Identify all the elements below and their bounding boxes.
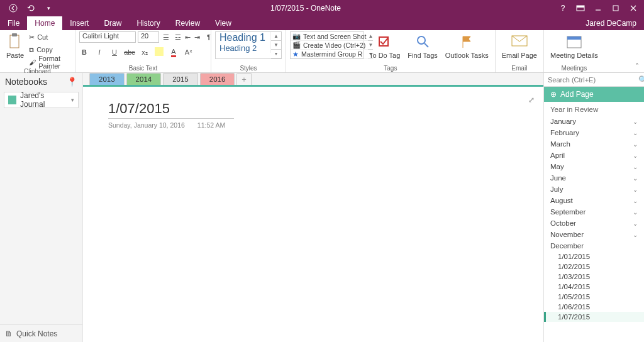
tree-month[interactable]: August⌄	[544, 195, 644, 206]
minimize-icon[interactable]	[594, 4, 602, 13]
chevron-down-icon: ⌄	[633, 197, 638, 204]
style-scroll[interactable]: ▲▼▾	[271, 32, 281, 58]
close-icon[interactable]	[629, 4, 638, 13]
highlight-button[interactable]	[155, 47, 164, 56]
group-clipboard: Paste ✂Cut ⧉Copy 🖌Format Painter Clipboa…	[0, 30, 75, 72]
tree-page[interactable]: 1/06/2015	[544, 302, 644, 312]
section-tab-2016[interactable]: 2016	[200, 73, 235, 85]
window-title: 1/07/2015 - OneNote	[53, 4, 558, 13]
calendar-icon	[565, 33, 583, 50]
search-icon[interactable]: 🔍	[638, 75, 644, 84]
bullets-icon[interactable]: ☰	[161, 32, 171, 42]
style-heading2[interactable]: Heading 2	[216, 43, 271, 53]
todo-tag-button[interactable]: To Do Tag	[367, 31, 402, 60]
center-pane: 2013 2014 2015 2016 ＋ ⤢ 1/07/2015 Sunday…	[83, 73, 543, 342]
tree-month[interactable]: June⌄	[544, 172, 644, 184]
maximize-icon[interactable]	[611, 4, 620, 13]
search-icon	[414, 33, 431, 50]
strike-button[interactable]: abc	[125, 47, 135, 57]
section-tab-2013[interactable]: 2013	[89, 73, 125, 85]
notebook-name: Jared's Journal	[20, 91, 67, 109]
tree-month[interactable]: July⌄	[544, 184, 644, 195]
email-page-button[interactable]: Email Page	[499, 31, 540, 60]
tab-draw[interactable]: Draw	[96, 16, 129, 30]
style-gallery[interactable]: Heading 1 Heading 2 ▲▼▾	[215, 31, 282, 59]
account-name[interactable]: Jared DeCamp	[586, 19, 644, 30]
tree-page[interactable]: 1/04/2015	[544, 282, 644, 292]
group-label: Email	[499, 65, 540, 72]
pin-icon[interactable]: 📍	[67, 77, 77, 87]
outlook-tasks-button[interactable]: Outlook Tasks	[443, 31, 491, 60]
tree-month-december[interactable]: December	[544, 240, 644, 251]
indent-right-icon[interactable]: ⇥	[192, 32, 202, 42]
font-size-select[interactable]: 20	[138, 31, 159, 43]
tree-page[interactable]: 1/05/2015	[544, 292, 644, 302]
tab-file[interactable]: File	[0, 16, 27, 30]
svg-rect-12	[567, 36, 581, 40]
group-styles: Heading 1 Heading 2 ▲▼▾ Styles	[211, 30, 286, 72]
tree-page[interactable]: 1/01/2015	[544, 251, 644, 262]
tree-month[interactable]: November⌄	[544, 229, 644, 240]
tree-page[interactable]: 1/07/2015	[544, 312, 644, 322]
format-painter-button[interactable]: 🖌Format Painter	[29, 57, 71, 68]
tree-month[interactable]: February⌄	[544, 127, 644, 138]
bold-button[interactable]: B	[79, 47, 89, 57]
notebook-item[interactable]: Jared's Journal ▾	[4, 92, 79, 108]
back-icon[interactable]	[9, 4, 18, 13]
page-title[interactable]: 1/07/2015	[108, 101, 234, 119]
tag-gallery[interactable]: 📷Text and Screen Shot 🎬Create Video (Ctr…	[290, 31, 364, 59]
style-heading1[interactable]: Heading 1	[216, 32, 271, 43]
subscript-button[interactable]: x₂	[140, 47, 150, 57]
add-page-button[interactable]: ⊕ Add Page	[544, 87, 644, 102]
fullscreen-icon[interactable]: ⤢	[528, 96, 535, 104]
qat-dropdown-icon[interactable]: ▾	[44, 4, 53, 13]
tab-home[interactable]: Home	[27, 16, 62, 30]
collapse-ribbon-icon[interactable]: ˄	[635, 62, 639, 71]
search-box[interactable]: 🔍 ▾	[544, 73, 644, 87]
tree-month[interactable]: April⌄	[544, 150, 644, 161]
clear-format-button[interactable]: Aˣ	[184, 47, 194, 57]
meeting-details-button[interactable]: Meeting Details	[548, 31, 601, 60]
help-icon[interactable]: ?	[558, 4, 567, 13]
tree-page[interactable]: 1/03/2015	[544, 272, 644, 282]
tree-page[interactable]: 1/02/2015	[544, 262, 644, 272]
tree-month[interactable]: January⌄	[544, 116, 644, 127]
notebook-pane: Notebooks 📍 Jared's Journal ▾ 🗎 Quick No…	[0, 73, 83, 342]
page-canvas[interactable]: ⤢ 1/07/2015 Sunday, January 10, 2016 11:…	[83, 87, 543, 342]
section-tab-2014[interactable]: 2014	[126, 73, 162, 85]
tree-month[interactable]: May⌄	[544, 161, 644, 172]
add-section-button[interactable]: ＋	[236, 73, 252, 85]
tag-item[interactable]: 📷Text and Screen Shot	[291, 32, 368, 41]
section-tab-2015[interactable]: 2015	[163, 73, 198, 85]
copy-button[interactable]: ⧉Copy	[29, 44, 71, 55]
chevron-down-icon: ⌄	[633, 186, 638, 193]
undo-icon[interactable]	[26, 4, 35, 13]
ribbon-display-icon[interactable]	[576, 4, 585, 13]
tree-month[interactable]: March⌄	[544, 138, 644, 150]
group-label: Basic Text	[79, 65, 207, 72]
font-name-select[interactable]: Calibri Light	[79, 31, 136, 43]
page-tree-heading[interactable]: Year in Review	[544, 102, 644, 116]
indent-left-icon[interactable]: ⇤	[185, 32, 190, 42]
camera-icon: 📷	[292, 32, 301, 40]
tab-view[interactable]: View	[208, 16, 239, 30]
numbering-icon[interactable]: ☲	[173, 32, 183, 42]
search-input[interactable]	[544, 76, 638, 84]
tab-insert[interactable]: Insert	[62, 16, 96, 30]
paste-button[interactable]: Paste	[4, 31, 26, 60]
tab-review[interactable]: Review	[168, 16, 208, 30]
cut-button[interactable]: ✂Cut	[29, 31, 71, 43]
chevron-down-icon: ⌄	[633, 163, 638, 170]
tag-item[interactable]: 🎬Create Video (Ctrl+2)	[291, 41, 368, 50]
tree-month[interactable]: September⌄	[544, 206, 644, 218]
find-tags-button[interactable]: Find Tags	[405, 31, 440, 60]
tab-history[interactable]: History	[129, 16, 167, 30]
tag-item[interactable]: ★Mastermind Group R	[291, 50, 368, 58]
quick-notes-button[interactable]: 🗎 Quick Notes	[0, 324, 82, 342]
svg-point-0	[9, 4, 17, 12]
tree-month[interactable]: October⌄	[544, 218, 644, 229]
chevron-down-icon: ▾	[71, 97, 74, 103]
italic-button[interactable]: I	[94, 47, 104, 57]
font-color-button[interactable]: A	[169, 47, 179, 57]
underline-button[interactable]: U	[109, 47, 119, 57]
